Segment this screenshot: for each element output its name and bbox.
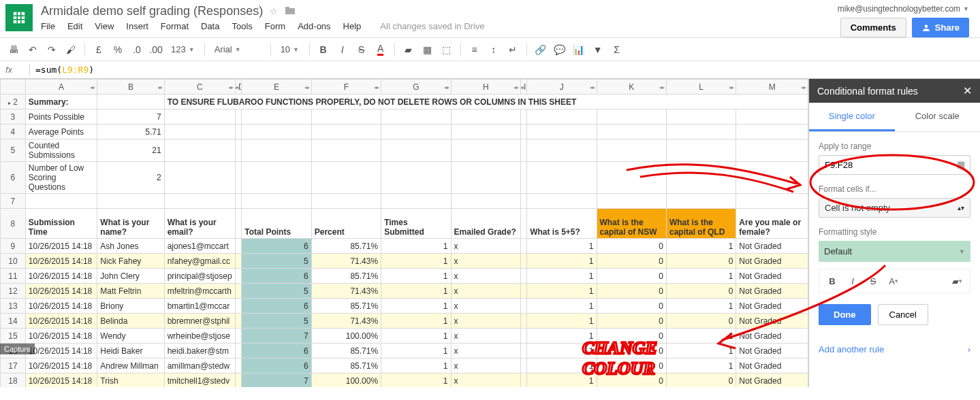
comment-icon[interactable]: 💬 — [552, 41, 568, 58]
cell[interactable]: Not Graded — [736, 373, 808, 388]
menu-view[interactable]: View — [95, 21, 114, 31]
format-preview[interactable]: Default ▼ — [819, 241, 970, 262]
cell[interactable]: Wendy — [97, 329, 164, 344]
cell[interactable]: 1 — [527, 329, 597, 344]
col-header-I[interactable]: I◂▸ — [520, 80, 526, 95]
cell[interactable]: 71.43% — [311, 254, 381, 269]
column-label[interactable]: What is your email? — [164, 209, 235, 239]
redo-icon[interactable]: ↷ — [44, 41, 60, 58]
cell[interactable]: 1 — [381, 269, 451, 284]
menu-data[interactable]: Data — [201, 21, 219, 31]
cell[interactable]: bbremner@stphil — [164, 314, 235, 329]
cell[interactable]: x — [451, 373, 520, 388]
cell[interactable]: 0 — [597, 373, 666, 388]
tab-color-scale[interactable]: Color scale — [895, 103, 981, 131]
cell[interactable]: 0 — [597, 269, 666, 284]
cell[interactable]: Not Graded — [736, 359, 808, 373]
row-header[interactable]: 7 — [1, 194, 26, 209]
cell[interactable]: 6 — [242, 344, 311, 359]
cell[interactable]: 85.71% — [311, 269, 381, 284]
cell[interactable]: 71.43% — [311, 314, 381, 329]
row-header[interactable]: 4 — [1, 124, 26, 139]
column-label[interactable]: Submission Time — [25, 209, 97, 239]
cell[interactable]: 100.00% — [311, 373, 381, 388]
cell[interactable]: Summary: — [25, 95, 97, 110]
cell[interactable]: x — [451, 314, 520, 329]
cell[interactable]: Belinda — [97, 314, 164, 329]
menu-tools[interactable]: Tools — [232, 21, 252, 31]
currency-icon[interactable]: £ — [91, 41, 107, 58]
cell[interactable]: 0 — [666, 373, 736, 388]
percent-icon[interactable]: % — [110, 41, 126, 58]
cell[interactable]: 1 — [666, 329, 736, 344]
cell[interactable]: mfeltrin@mccarth — [164, 284, 235, 299]
cell[interactable]: John Clery — [97, 269, 164, 284]
column-label[interactable]: Are you male or female? — [736, 209, 808, 239]
col-header-H[interactable]: H◂▸ — [451, 80, 520, 95]
cell[interactable]: Not Graded — [736, 254, 808, 269]
functions-icon[interactable]: Σ — [609, 41, 625, 58]
row-header[interactable]: ▸ 2 — [1, 95, 26, 110]
cell[interactable]: 1 — [527, 299, 597, 314]
cell[interactable]: 1 — [527, 254, 597, 269]
italic-icon[interactable]: I — [334, 41, 351, 58]
cell[interactable]: x — [451, 299, 520, 314]
bold-icon[interactable]: B — [315, 41, 332, 58]
link-icon[interactable]: 🔗 — [533, 41, 549, 58]
cell[interactable]: 10/26/2015 14:18 — [25, 314, 97, 329]
cell[interactable]: 85.71% — [311, 239, 381, 254]
cell[interactable]: Average Points — [25, 124, 97, 139]
row-header[interactable]: 5 — [1, 139, 26, 162]
row-header[interactable]: 10 — [1, 254, 26, 269]
cell[interactable]: Matt Feltrin — [97, 284, 164, 299]
cell[interactable]: 6 — [242, 269, 311, 284]
cell[interactable]: amillman@stedw — [164, 359, 235, 373]
row-header[interactable]: 8 — [1, 209, 26, 239]
cell[interactable]: x — [451, 359, 520, 373]
cell[interactable]: 85.71% — [311, 299, 381, 314]
col-header-J[interactable]: J◂▸ — [527, 80, 597, 95]
cell[interactable]: Not Graded — [736, 239, 808, 254]
cell[interactable]: x — [451, 344, 520, 359]
cell[interactable]: 21 — [97, 139, 164, 162]
done-button[interactable]: Done — [819, 304, 871, 325]
cell[interactable]: 1 — [527, 344, 597, 359]
row-header[interactable]: 15 — [1, 329, 26, 344]
col-header-C[interactable]: C◂▸ — [164, 80, 235, 95]
cell[interactable]: x — [451, 284, 520, 299]
select-all[interactable] — [1, 80, 26, 95]
wrap-icon[interactable]: ↵ — [505, 41, 521, 58]
cell[interactable]: 5 — [242, 254, 311, 269]
cell[interactable]: x — [451, 329, 520, 344]
cell[interactable]: 10/26/2015 14:18 — [25, 254, 97, 269]
sheets-logo[interactable] — [5, 4, 33, 31]
cell[interactable]: 1 — [527, 373, 597, 388]
cell[interactable]: 0 — [597, 254, 666, 269]
row-header[interactable]: 18 — [1, 373, 26, 388]
cell[interactable]: 0 — [597, 344, 666, 359]
cell[interactable]: 1 — [381, 373, 451, 388]
cell[interactable]: 1 — [527, 314, 597, 329]
cell[interactable]: 0 — [666, 284, 736, 299]
cell[interactable]: 10/26/2015 14:18 — [25, 269, 97, 284]
cell[interactable]: Heidi Baker — [97, 344, 164, 359]
row-header[interactable]: 3 — [1, 110, 26, 124]
cell[interactable]: 10/26/2015 14:18 — [25, 359, 97, 373]
cell[interactable]: 6 — [242, 359, 311, 373]
print-icon[interactable]: 🖶 — [5, 41, 22, 58]
col-header-G[interactable]: G◂▸ — [381, 80, 451, 95]
cell[interactable]: Counted Submissions — [25, 139, 97, 162]
row-header[interactable]: 9 — [1, 239, 26, 254]
cell[interactable]: 85.71% — [311, 344, 381, 359]
cell[interactable]: 0 — [597, 314, 666, 329]
cell[interactable]: 1 — [527, 284, 597, 299]
cell[interactable]: principal@stjosep — [164, 269, 235, 284]
row-header[interactable]: 6 — [1, 162, 26, 194]
column-label[interactable] — [520, 209, 526, 239]
col-header-L[interactable]: L◂▸ — [666, 80, 736, 95]
cell[interactable]: 1 — [666, 239, 736, 254]
cell[interactable]: 7 — [242, 373, 311, 388]
menu-form[interactable]: Form — [265, 21, 285, 31]
column-label[interactable]: What is the capital of NSW — [597, 209, 666, 239]
column-label[interactable]: Times Submitted — [381, 209, 451, 239]
